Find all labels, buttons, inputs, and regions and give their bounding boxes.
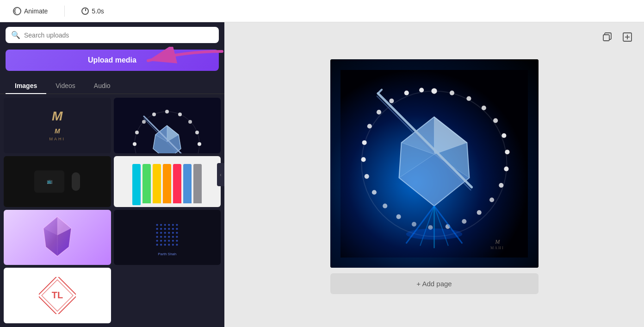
upload-media-button[interactable]: Upload media — [6, 50, 219, 71]
svg-point-88 — [477, 210, 482, 214]
svg-point-42 — [168, 228, 170, 230]
svg-point-3 — [178, 113, 182, 116]
svg-point-68 — [176, 244, 178, 245]
list-item[interactable]: 📺 — [4, 156, 111, 207]
canvas-image[interactable]: M MAHI — [330, 59, 539, 268]
list-item[interactable]: TL — [4, 268, 111, 323]
svg-point-87 — [489, 197, 494, 202]
tab-audio[interactable]: Audio — [85, 78, 120, 94]
svg-point-57 — [156, 240, 158, 242]
svg-point-38 — [176, 224, 178, 226]
svg-point-85 — [504, 166, 508, 171]
tabs-container: Images Videos Audio — [0, 75, 224, 94]
tab-images[interactable]: Images — [6, 78, 46, 94]
animate-button[interactable]: Animate — [7, 4, 53, 18]
svg-point-66 — [168, 244, 170, 245]
svg-point-118 — [406, 228, 463, 239]
svg-point-52 — [160, 236, 162, 238]
svg-point-17 — [152, 113, 156, 116]
svg-point-80 — [466, 96, 471, 101]
svg-point-5 — [195, 131, 199, 134]
svg-point-86 — [499, 183, 503, 188]
svg-text:M: M — [495, 238, 500, 245]
images-grid: MM MAHI — [0, 94, 224, 327]
main-gem-svg: M MAHI — [341, 70, 528, 258]
add-frame-button[interactable] — [620, 30, 635, 44]
animate-icon — [13, 7, 21, 15]
svg-point-60 — [168, 240, 170, 242]
svg-point-6 — [198, 142, 201, 146]
svg-point-93 — [396, 214, 401, 219]
svg-point-45 — [156, 232, 158, 234]
top-toolbar: Animate 5.0s — [0, 0, 644, 22]
animate-label: Animate — [24, 7, 48, 15]
svg-point-98 — [362, 140, 367, 145]
tab-videos[interactable]: Videos — [46, 78, 85, 94]
svg-point-67 — [172, 244, 174, 245]
upload-btn-container: Upload media — [0, 46, 224, 75]
timer-control[interactable]: 5.0s — [76, 5, 109, 18]
main-content: 🔍 Upload media — [0, 22, 644, 327]
svg-point-44 — [176, 228, 178, 230]
svg-point-48 — [168, 232, 170, 234]
svg-point-34 — [160, 224, 162, 226]
svg-point-51 — [156, 236, 158, 238]
svg-point-36 — [168, 224, 170, 226]
timer-value: 5.0s — [92, 7, 104, 15]
logo-m-text: MM — [50, 110, 66, 136]
svg-point-64 — [160, 244, 162, 245]
svg-point-78 — [431, 88, 437, 94]
sidebar-collapse-handle[interactable]: ‹ — [217, 163, 224, 186]
toolbar-divider — [64, 6, 65, 17]
svg-point-39 — [156, 228, 158, 230]
svg-point-96 — [365, 174, 369, 178]
add-page-button[interactable]: + Add page — [330, 273, 539, 294]
svg-point-95 — [372, 190, 377, 195]
svg-point-35 — [164, 224, 166, 226]
parth-dots-svg — [153, 219, 181, 251]
svg-point-16 — [142, 120, 146, 124]
svg-point-103 — [419, 88, 424, 92]
svg-point-4 — [188, 120, 192, 124]
svg-point-49 — [172, 232, 174, 234]
search-input[interactable] — [24, 31, 213, 39]
svg-point-15 — [135, 131, 139, 134]
crystal-svg — [39, 214, 76, 261]
svg-text:MAHI: MAHI — [490, 245, 504, 250]
svg-point-55 — [172, 236, 174, 238]
svg-point-83 — [502, 133, 506, 138]
gem-canvas-display: M MAHI — [330, 59, 539, 268]
chevron-left-icon: ‹ — [220, 172, 221, 177]
canvas-top-icons — [600, 30, 635, 44]
add-frame-icon — [622, 32, 632, 42]
svg-point-54 — [168, 236, 170, 238]
svg-rect-72 — [603, 35, 609, 41]
list-item[interactable] — [114, 98, 221, 153]
search-bar: 🔍 — [6, 27, 219, 43]
svg-point-59 — [164, 240, 166, 242]
svg-point-94 — [383, 203, 387, 208]
list-item[interactable]: Parth Shah — [114, 210, 221, 265]
svg-point-40 — [160, 228, 162, 230]
list-item[interactable] — [4, 210, 111, 265]
timer-icon — [81, 7, 89, 15]
gem-svg — [130, 107, 204, 153]
copy-frame-icon — [602, 32, 612, 42]
svg-point-79 — [450, 90, 454, 95]
svg-point-47 — [164, 232, 166, 234]
svg-point-46 — [160, 232, 162, 234]
copy-frame-button[interactable] — [600, 30, 614, 44]
svg-point-37 — [172, 224, 174, 226]
svg-point-82 — [493, 118, 498, 123]
logo-m-sub: MAHI — [50, 137, 66, 141]
svg-point-102 — [404, 90, 409, 95]
list-item[interactable]: MM MAHI — [4, 98, 111, 153]
svg-point-101 — [389, 98, 394, 103]
list-item[interactable] — [114, 156, 221, 207]
svg-point-63 — [156, 244, 158, 245]
svg-point-50 — [176, 232, 178, 234]
svg-text:TL: TL — [52, 290, 63, 300]
search-bar-container: 🔍 — [0, 22, 224, 46]
svg-point-61 — [172, 240, 174, 242]
canvas-area: M MAHI + Add page — [224, 22, 644, 327]
